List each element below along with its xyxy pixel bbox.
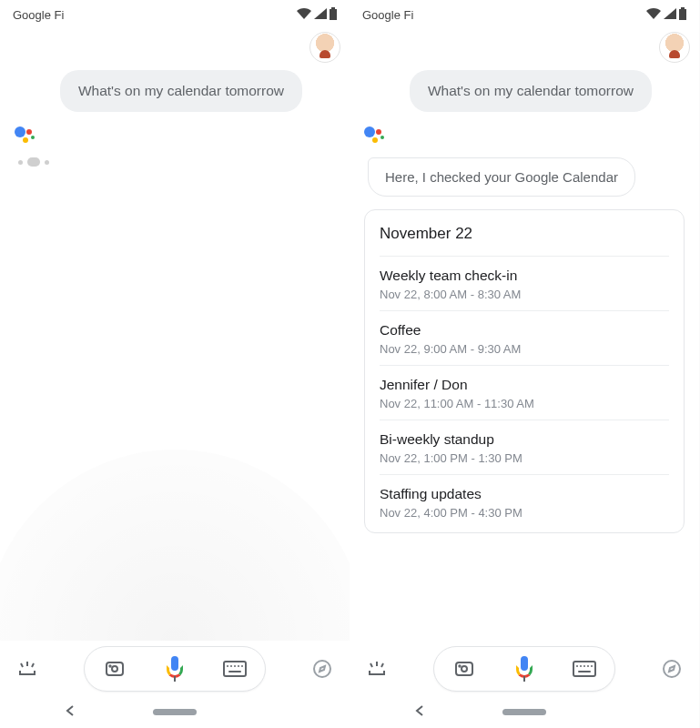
user-bubble: What's on my calendar tomorrow — [410, 70, 652, 112]
avatar[interactable] — [309, 32, 340, 63]
svg-point-4 — [109, 665, 110, 666]
wifi-icon — [297, 8, 311, 22]
keyboard-icon[interactable] — [566, 661, 603, 677]
nav-bar — [0, 695, 350, 728]
input-pill — [84, 646, 266, 692]
event-title: Weekly team check-in — [380, 268, 669, 284]
user-bubble: What's on my calendar tomorrow — [60, 70, 302, 112]
svg-rect-2 — [107, 662, 123, 675]
nav-bar — [350, 695, 699, 728]
keyboard-icon[interactable] — [217, 661, 253, 677]
svg-point-3 — [112, 666, 117, 672]
assistant-logo-icon — [15, 126, 38, 145]
conversation-area: What's on my calendar tomorrow Here, I c… — [350, 26, 699, 641]
home-pill[interactable] — [502, 709, 546, 715]
event-time: Nov 22, 1:00 PM - 1:30 PM — [380, 451, 669, 465]
event-time: Nov 22, 8:00 AM - 8:30 AM — [380, 288, 669, 301]
signal-icon — [664, 8, 676, 22]
svg-rect-5 — [224, 662, 246, 676]
assistant-bubble: Here, I checked your Google Calendar — [368, 157, 635, 197]
back-icon[interactable] — [413, 704, 426, 721]
svg-rect-14 — [681, 7, 685, 9]
background-halo — [0, 450, 350, 641]
calendar-event[interactable]: Bi-weekly standupNov 22, 1:00 PM - 1:30 … — [380, 420, 669, 474]
svg-rect-13 — [679, 9, 686, 20]
explore-icon[interactable] — [659, 656, 685, 682]
mic-button[interactable] — [157, 656, 193, 682]
lens-icon[interactable] — [96, 658, 133, 680]
avatar[interactable] — [659, 32, 690, 63]
explore-icon[interactable] — [309, 656, 335, 682]
calendar-event[interactable]: Staffing updatesNov 22, 4:00 PM - 4:30 P… — [380, 474, 669, 529]
calendar-event[interactable]: CoffeeNov 22, 9:00 AM - 9:30 AM — [380, 310, 669, 365]
event-title: Staffing updates — [380, 486, 669, 502]
event-title: Coffee — [380, 322, 669, 339]
back-icon[interactable] — [64, 704, 76, 721]
thinking-indicator — [18, 157, 340, 167]
updates-icon[interactable] — [15, 656, 40, 682]
event-time: Nov 22, 9:00 AM - 9:30 AM — [380, 342, 669, 356]
status-bar: Google Fi — [350, 0, 699, 26]
svg-rect-0 — [330, 9, 337, 20]
svg-point-16 — [462, 666, 467, 672]
user-message-row: What's on my calendar tomorrow — [9, 32, 340, 112]
svg-rect-1 — [331, 7, 335, 9]
battery-icon — [330, 7, 337, 23]
updates-icon[interactable] — [364, 656, 390, 682]
home-pill[interactable] — [153, 709, 197, 715]
mic-button[interactable] — [506, 656, 543, 682]
user-message-row: What's on my calendar tomorrow — [359, 32, 690, 112]
action-bar — [350, 641, 699, 695]
carrier-label: Google Fi — [362, 8, 413, 22]
assistant-logo-icon — [364, 126, 388, 145]
svg-rect-15 — [456, 662, 472, 675]
phone-left: Google Fi What's on my calendar tomorrow — [0, 0, 350, 728]
input-pill — [433, 646, 615, 692]
wifi-icon — [646, 8, 661, 22]
calendar-event[interactable]: Jennifer / DonNov 22, 11:00 AM - 11:30 A… — [380, 365, 669, 420]
event-time: Nov 22, 4:00 PM - 4:30 PM — [380, 506, 669, 520]
event-time: Nov 22, 11:00 AM - 11:30 AM — [380, 397, 669, 410]
svg-point-12 — [314, 661, 330, 677]
assistant-logo-row — [364, 126, 690, 145]
event-title: Jennifer / Don — [380, 377, 669, 393]
signal-icon — [314, 8, 327, 22]
calendar-event[interactable]: Weekly team check-inNov 22, 8:00 AM - 8:… — [380, 256, 669, 310]
battery-icon — [679, 7, 686, 23]
assistant-logo-row — [15, 126, 340, 145]
carrier-label: Google Fi — [13, 8, 64, 22]
event-title: Bi-weekly standup — [380, 431, 669, 448]
status-bar: Google Fi — [0, 0, 350, 26]
svg-rect-18 — [573, 662, 595, 676]
status-icons — [297, 7, 337, 23]
calendar-card[interactable]: November 22 Weekly team check-inNov 22, … — [364, 209, 685, 533]
svg-point-17 — [459, 665, 460, 666]
lens-icon[interactable] — [446, 658, 482, 680]
phone-right: Google Fi What's on my calendar tomorrow… — [350, 0, 699, 728]
calendar-date-header: November 22 — [380, 225, 669, 256]
conversation-area: What's on my calendar tomorrow — [0, 26, 350, 641]
status-icons — [646, 7, 686, 23]
svg-point-25 — [664, 661, 680, 677]
action-bar — [0, 641, 350, 695]
